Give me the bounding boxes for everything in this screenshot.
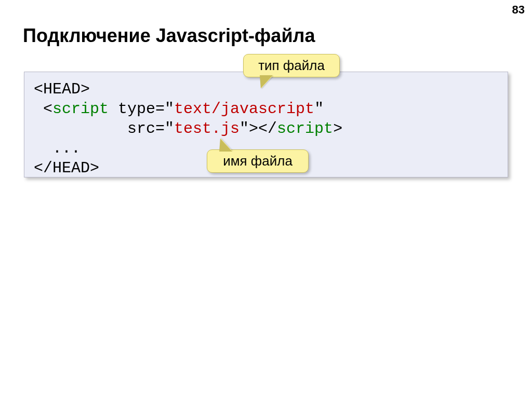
code-token: > xyxy=(333,120,342,138)
code-token: script xyxy=(277,120,333,138)
callout-file-type: тип файла xyxy=(243,54,340,77)
page-number: 83 xyxy=(512,3,525,17)
code-token: "></ xyxy=(240,120,277,138)
callout-file-name: имя файла xyxy=(207,149,309,173)
code-token: < xyxy=(34,100,52,118)
code-token: script xyxy=(52,100,109,118)
code-token: " xyxy=(314,100,324,118)
callout-label: имя файла xyxy=(223,153,292,169)
code-token: ... xyxy=(34,140,81,157)
code-token: </HEAD> xyxy=(34,159,99,177)
slide-title: Подключение Javascript-файла xyxy=(23,25,315,47)
callout-label: тип файла xyxy=(258,58,325,73)
code-token: text/javascript xyxy=(174,100,314,118)
code-token: <HEAD> xyxy=(34,80,90,98)
callout-tail-icon xyxy=(260,76,273,88)
code-token: type=" xyxy=(109,100,174,118)
slide: 83 Подключение Javascript-файла <HEAD> <… xyxy=(0,0,532,398)
callout-tail-icon xyxy=(220,139,232,151)
code-token: test.js xyxy=(174,120,240,138)
code-token: src=" xyxy=(34,120,174,138)
